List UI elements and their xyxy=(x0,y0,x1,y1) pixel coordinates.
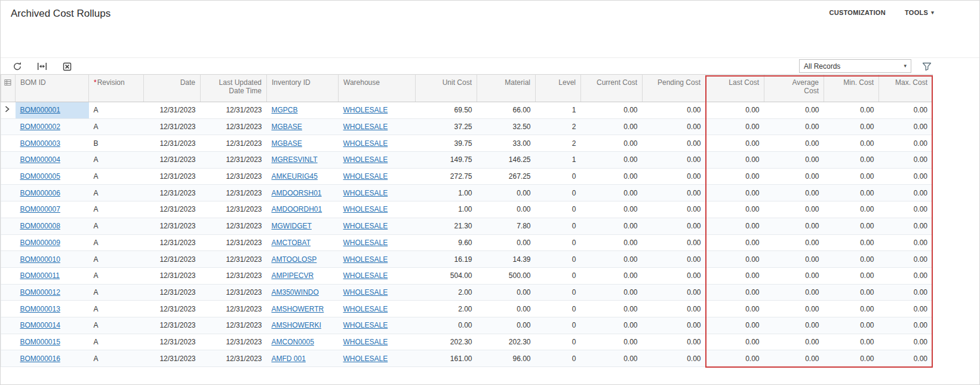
grid-cell[interactable]: A xyxy=(89,118,144,135)
inventory_id-link[interactable]: AMSHOWERKI xyxy=(272,321,321,329)
grid-cell[interactable]: 12/31/2023 xyxy=(201,301,267,317)
grid-cell[interactable]: 0.00 xyxy=(824,251,879,268)
grid-cell[interactable]: 0.00 xyxy=(879,267,933,284)
bom_id-link[interactable]: BOM000015 xyxy=(20,338,60,346)
row-gutter[interactable] xyxy=(1,284,16,301)
grid-cell[interactable]: 1.00 xyxy=(416,185,477,201)
grid-cell[interactable]: 12/31/2023 xyxy=(144,102,201,119)
grid-cell[interactable]: 12/31/2023 xyxy=(144,135,201,152)
warehouse-link[interactable]: WHOLESALE xyxy=(343,271,388,280)
grid-cell[interactable]: 12/31/2023 xyxy=(144,234,201,251)
bom_id-link[interactable]: BOM000014 xyxy=(20,321,60,329)
grid-cell[interactable]: 0.00 xyxy=(824,234,879,251)
table-row[interactable]: BOM000002A12/31/202312/31/2023MGBASEWHOL… xyxy=(1,118,933,135)
grid-cell[interactable]: 0.00 xyxy=(879,152,933,169)
row-gutter[interactable] xyxy=(1,301,16,317)
table-row[interactable]: BOM000010A12/31/202312/31/2023AMTOOLOSPW… xyxy=(1,251,933,268)
table-row[interactable]: BOM000001A12/31/202312/31/2023MGPCBWHOLE… xyxy=(1,102,933,119)
grid-cell[interactable]: A xyxy=(89,234,144,251)
bom_id-link[interactable]: BOM000005 xyxy=(20,172,60,181)
inventory_id-link[interactable]: AMCTOBAT xyxy=(272,239,311,247)
inventory_id-link[interactable]: AMCON0005 xyxy=(272,338,314,346)
grid-cell[interactable]: 0.00 xyxy=(824,102,879,119)
grid-cell[interactable]: 0.00 xyxy=(706,168,764,185)
column-header-max_cost[interactable]: Max. Cost xyxy=(879,75,933,102)
grid-cell[interactable]: 0.00 xyxy=(706,218,764,234)
grid-cell[interactable]: 96.00 xyxy=(477,350,536,367)
table-row[interactable]: BOM000014A12/31/202312/31/2023AMSHOWERKI… xyxy=(1,317,933,334)
grid-cell[interactable]: WHOLESALE xyxy=(339,185,416,201)
grid-cell[interactable]: 0.00 xyxy=(581,201,643,218)
grid-cell[interactable]: A xyxy=(89,102,144,119)
grid-cell[interactable]: A xyxy=(89,284,144,301)
row-settings-header[interactable] xyxy=(1,75,16,102)
grid-cell[interactable]: 0.00 xyxy=(643,102,706,119)
grid-cell[interactable]: 0.00 xyxy=(706,251,764,268)
inventory_id-link[interactable]: MGBASE xyxy=(272,139,302,148)
grid-cell[interactable]: A xyxy=(89,334,144,350)
grid-cell[interactable]: 0.00 xyxy=(879,135,933,152)
grid-cell[interactable]: WHOLESALE xyxy=(339,267,416,284)
grid-cell[interactable]: BOM000013 xyxy=(16,301,89,317)
grid-cell[interactable]: 0.00 xyxy=(764,234,824,251)
grid-cell[interactable]: 0.00 xyxy=(706,301,764,317)
column-header-date[interactable]: Date xyxy=(144,75,201,102)
grid-cell[interactable]: 202.30 xyxy=(416,334,477,350)
column-header-bom_id[interactable]: BOM ID xyxy=(16,75,89,102)
grid-cell[interactable]: 0 xyxy=(536,201,581,218)
grid-cell[interactable]: 0.00 xyxy=(706,118,764,135)
inventory_id-link[interactable]: AMTOOLOSP xyxy=(272,255,317,264)
grid-cell[interactable]: AMCON0005 xyxy=(267,334,339,350)
bom_id-link[interactable]: BOM000010 xyxy=(20,255,60,264)
grid-cell[interactable]: BOM000012 xyxy=(16,284,89,301)
grid-cell[interactable]: 0.00 xyxy=(643,201,706,218)
grid-cell[interactable]: 7.80 xyxy=(477,218,536,234)
refresh-button[interactable] xyxy=(11,60,24,72)
grid-cell[interactable]: 0.00 xyxy=(824,218,879,234)
table-row[interactable]: BOM000013A12/31/202312/31/2023AMSHOWERTR… xyxy=(1,301,933,317)
grid-cell[interactable]: 272.75 xyxy=(416,168,477,185)
grid-cell[interactable]: BOM000001 xyxy=(16,102,89,119)
grid-cell[interactable]: BOM000010 xyxy=(16,251,89,268)
bom_id-link[interactable]: BOM000002 xyxy=(20,123,60,131)
column-header-level[interactable]: Level xyxy=(536,75,581,102)
grid-cell[interactable]: MGPCB xyxy=(267,102,339,119)
warehouse-link[interactable]: WHOLESALE xyxy=(343,239,388,247)
grid-cell[interactable]: AMSHOWERKI xyxy=(267,317,339,334)
grid-cell[interactable]: BOM000004 xyxy=(16,152,89,169)
grid-cell[interactable]: 66.00 xyxy=(477,102,536,119)
grid-cell[interactable]: 12/31/2023 xyxy=(201,118,267,135)
grid-cell[interactable]: 12/31/2023 xyxy=(144,118,201,135)
grid-cell[interactable]: 0 xyxy=(536,267,581,284)
grid-cell[interactable]: 0.00 xyxy=(706,350,764,367)
grid-cell[interactable]: 0.00 xyxy=(581,102,643,119)
grid-cell[interactable]: MGWIDGET xyxy=(267,218,339,234)
records-filter-select[interactable]: All Records ▾ xyxy=(799,59,911,73)
warehouse-link[interactable]: WHOLESALE xyxy=(343,305,388,313)
inventory_id-link[interactable]: AM350WINDO xyxy=(272,288,319,297)
grid-cell[interactable]: 0.00 xyxy=(879,234,933,251)
export-to-excel-button[interactable] xyxy=(60,60,73,72)
grid-cell[interactable]: 0.00 xyxy=(581,350,643,367)
grid-cell[interactable]: 69.50 xyxy=(416,102,477,119)
table-row[interactable]: BOM000005A12/31/202312/31/2023AMKEURIG45… xyxy=(1,168,933,185)
grid-cell[interactable]: AMKEURIG45 xyxy=(267,168,339,185)
grid-cell[interactable]: 1.00 xyxy=(416,201,477,218)
grid-cell[interactable]: 0.00 xyxy=(824,152,879,169)
grid-cell[interactable]: 0.00 xyxy=(879,301,933,317)
row-gutter[interactable] xyxy=(1,218,16,234)
table-row[interactable]: BOM000007A12/31/202312/31/2023AMDOORDH01… xyxy=(1,201,933,218)
table-row[interactable]: BOM000009A12/31/202312/31/2023AMCTOBATWH… xyxy=(1,234,933,251)
grid-cell[interactable]: BOM000008 xyxy=(16,218,89,234)
grid-cell[interactable]: 12/31/2023 xyxy=(201,218,267,234)
grid-cell[interactable]: 0.00 xyxy=(477,234,536,251)
grid-cell[interactable]: 12/31/2023 xyxy=(144,168,201,185)
grid-cell[interactable]: 0.00 xyxy=(879,118,933,135)
grid-cell[interactable]: 0.00 xyxy=(824,135,879,152)
fit-to-screen-button[interactable] xyxy=(35,60,48,72)
grid-cell[interactable]: 0.00 xyxy=(764,301,824,317)
inventory_id-link[interactable]: AMPIPECVR xyxy=(272,271,314,280)
grid-cell[interactable]: 0.00 xyxy=(643,334,706,350)
grid-cell[interactable]: 0 xyxy=(536,284,581,301)
grid-cell[interactable]: 0.00 xyxy=(643,317,706,334)
